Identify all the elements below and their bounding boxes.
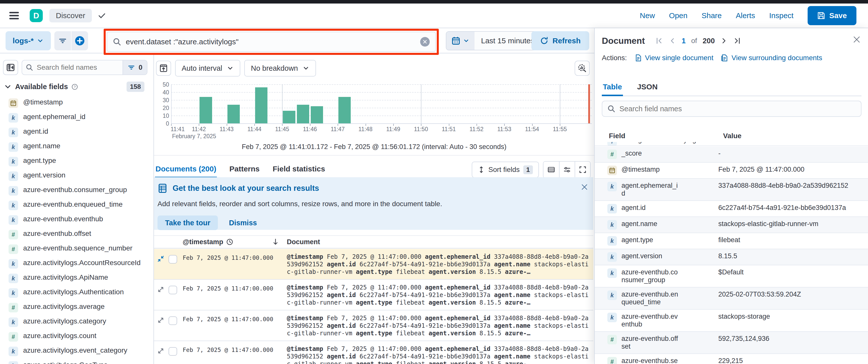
field-item[interactable]: kazure-eventhub.enqueued_time: [0, 198, 154, 212]
field-item[interactable]: #azure-eventhub.sequence_number: [0, 242, 154, 256]
clear-query-button[interactable]: [420, 37, 430, 47]
histogram-bar[interactable]: [338, 97, 351, 123]
fullscreen-button[interactable]: [575, 162, 590, 178]
breadcrumb[interactable]: Discover: [49, 9, 92, 22]
field-value-row[interactable]: kagent.namestackops-elastic-gitlab-runne…: [595, 217, 868, 233]
hide-chart-button[interactable]: [156, 61, 171, 76]
close-flyout-icon[interactable]: [852, 35, 861, 44]
document-column-header[interactable]: Document: [287, 238, 320, 246]
field-item[interactable]: kazure-eventhub.consumer_group: [0, 183, 154, 198]
query-input[interactable]: [126, 37, 420, 46]
view-surrounding-documents-link[interactable]: View surrounding documents: [721, 54, 822, 62]
tab-documents[interactable]: Documents (200): [155, 161, 217, 178]
table-row[interactable]: Feb 7, 2025 @ 11:47:00.000@timestamp Feb…: [154, 310, 593, 341]
collapse-sidebar-button[interactable]: [3, 60, 18, 75]
date-quick-select[interactable]: [446, 32, 474, 50]
histogram-bar[interactable]: [227, 105, 240, 123]
take-tour-button[interactable]: Take the tour: [157, 215, 218, 230]
menu-icon[interactable]: [8, 10, 20, 21]
field-item[interactable]: #azure.activitylogs.average: [0, 300, 154, 315]
space-avatar[interactable]: D: [30, 9, 43, 22]
chart-options-button[interactable]: [575, 61, 590, 76]
expand-icon[interactable]: [157, 286, 164, 293]
interval-dropdown[interactable]: Auto interval: [175, 60, 240, 77]
histogram-bar[interactable]: [255, 87, 268, 123]
last-page-icon[interactable]: [734, 37, 741, 44]
histogram-bar[interactable]: [199, 97, 212, 123]
field-item[interactable]: kazure.activitylogs.ApiName: [0, 271, 154, 285]
histogram-bar[interactable]: [283, 111, 295, 123]
timestamp-column-header[interactable]: @timestamp: [183, 238, 233, 246]
flyout-field-search-input[interactable]: [619, 105, 856, 113]
share-link[interactable]: Share: [702, 11, 721, 20]
alerts-link[interactable]: Alerts: [736, 11, 755, 20]
sort-direction-icon[interactable]: [272, 238, 279, 246]
field-item[interactable]: kagent.version: [0, 169, 154, 183]
field-value-row[interactable]: kagent.id6c227a4f-b754-4a91-921e-bb6e39d…: [595, 201, 868, 217]
field-name: agent.ephemeral_id: [23, 113, 142, 121]
field-value-row[interactable]: kazure-eventhub.eventhubstackops-storage: [595, 310, 868, 332]
field-item[interactable]: kagent.id: [0, 125, 154, 140]
row-checkbox[interactable]: [168, 286, 177, 294]
field-value-row[interactable]: kagent.version8.15.5: [595, 249, 868, 265]
tab-patterns[interactable]: Patterns: [229, 161, 260, 178]
close-icon[interactable]: [581, 183, 588, 191]
view-single-document-link[interactable]: View single document: [634, 54, 714, 62]
expand-icon[interactable]: [157, 316, 164, 324]
table-row[interactable]: Feb 7, 2025 @ 11:47:00.000@timestamp Feb…: [154, 280, 593, 310]
field-search-input[interactable]: [37, 63, 123, 71]
field-item[interactable]: kagent.type: [0, 154, 154, 169]
field-value-row[interactable]: @timestampFeb 7, 2025 @ 11:47:00.000: [595, 162, 868, 179]
dataview-picker[interactable]: logs-*: [5, 31, 51, 50]
row-height-button[interactable]: [559, 162, 575, 178]
prev-page-icon[interactable]: [669, 37, 676, 44]
row-checkbox[interactable]: [168, 316, 177, 325]
dismiss-button[interactable]: Dismiss: [229, 219, 257, 227]
add-filter-button[interactable]: [71, 31, 88, 50]
field-item[interactable]: kagent.name: [0, 140, 154, 154]
time-range-label[interactable]: Last 15 minutes: [474, 32, 541, 50]
breakdown-dropdown[interactable]: No breakdown: [244, 60, 316, 77]
density-button[interactable]: [544, 162, 559, 178]
new-link[interactable]: New: [640, 11, 655, 20]
refresh-button[interactable]: Refresh: [531, 31, 589, 50]
field-item[interactable]: #azure-eventhub.offset: [0, 227, 154, 242]
field-item[interactable]: kazure.activitylogs.category: [0, 315, 154, 329]
histogram-bar[interactable]: [297, 105, 309, 123]
field-value-row[interactable]: kazure-eventhub.consumer_group$Default: [595, 265, 868, 287]
table-row[interactable]: Feb 7, 2025 @ 11:47:00.000@timestamp Feb…: [154, 249, 593, 280]
next-page-icon[interactable]: [720, 37, 728, 44]
field-item[interactable]: kazure.activitylogs.GeoType: [0, 359, 154, 364]
tab-field-statistics[interactable]: Field statistics: [272, 161, 326, 178]
histogram-chart[interactable]: [171, 84, 592, 123]
field-item[interactable]: @timestamp: [0, 96, 154, 110]
table-row[interactable]: Feb 7, 2025 @ 11:47:00.000@timestamp Feb…: [154, 341, 593, 364]
open-link[interactable]: Open: [669, 11, 687, 20]
save-button[interactable]: Save: [808, 6, 857, 25]
field-item[interactable]: kazure.activitylogs.AccountResourceId: [0, 256, 154, 271]
tab-json[interactable]: JSON: [636, 80, 659, 96]
collapse-icon[interactable]: [157, 255, 164, 263]
expand-icon[interactable]: [157, 347, 164, 355]
sort-fields-button[interactable]: Sort fields 1: [472, 162, 539, 178]
available-fields-header[interactable]: Available fields ? 158: [4, 82, 150, 92]
field-value-row[interactable]: #azure-eventhub.offset592,735,124,936: [595, 332, 868, 354]
inspect-link[interactable]: Inspect: [769, 11, 794, 20]
field-value-row[interactable]: kagent.ephemeral_id337a4088-88d8-4eb8-b9…: [595, 179, 868, 201]
field-value-row[interactable]: #azure-eventhub.sequence_number229,215: [595, 354, 868, 364]
field-item[interactable]: kazure-eventhub.eventhub: [0, 212, 154, 227]
field-item[interactable]: kazure.activitylogs.event_category: [0, 344, 154, 359]
filter-list-icon[interactable]: [54, 31, 71, 50]
field-value-row[interactable]: #_score-: [595, 147, 868, 162]
first-page-icon[interactable]: [655, 37, 663, 44]
field-value-row[interactable]: kazure-eventhub.enqueued_time2025-02-07T…: [595, 287, 868, 310]
row-checkbox[interactable]: [168, 347, 177, 356]
field-item[interactable]: kagent.ephemeral_id: [0, 110, 154, 125]
field-filter-button[interactable]: 0: [123, 60, 147, 74]
field-item[interactable]: kazure.activitylogs.Authentication: [0, 285, 154, 300]
field-item[interactable]: #azure.activitylogs.count: [0, 329, 154, 344]
tab-table[interactable]: Table: [602, 80, 623, 96]
histogram-bar[interactable]: [311, 106, 323, 123]
field-value-row[interactable]: kagent.typefilebeat: [595, 233, 868, 249]
row-checkbox[interactable]: [168, 255, 177, 264]
